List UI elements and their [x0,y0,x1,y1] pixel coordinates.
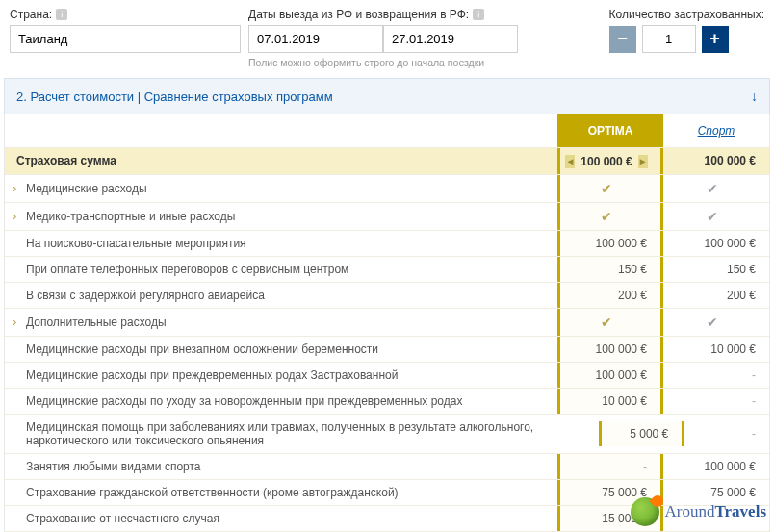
row-label: Медико-транспортные и иные расходы [5,204,557,229]
sum-prev-icon[interactable]: ◄ [565,155,575,168]
qty-plus-button[interactable]: + [702,26,729,53]
info-icon[interactable]: i [473,9,484,20]
table-row[interactable]: Медицинские расходы ✔ ✔ [5,174,769,202]
table-row: Занятия любыми видами спорта - 100 000 € [5,453,769,479]
cell-sport: - [684,421,769,446]
cell-sport: 200 € [663,283,769,308]
row-label: Медицинская помощь при заболеваниях или … [5,415,599,453]
cell-sport: 10 000 € [663,337,769,362]
country-input[interactable] [10,25,241,53]
row-label: На поисково-спасательные мероприятия [5,231,557,256]
watermark-around: Around [665,502,715,520]
row-label: Медицинские расходы при внезапном осложн… [5,337,557,362]
dates-label-text: Даты выезда из РФ и возвращения в РФ: [248,8,469,21]
row-label: Медицинские расходы [5,176,557,201]
country-label-text: Страна: [10,8,52,21]
check-icon: ✔ [566,209,647,224]
sum-optima-value: 100 000 € [580,155,632,168]
column-optima-header[interactable]: OPTIMA [557,114,663,147]
info-icon[interactable]: i [56,9,67,20]
cell-sport: 150 € [663,257,769,282]
dates-label: Даты выезда из РФ и возвращения в РФ: i [248,8,518,21]
section-title: 2. Расчет стоимости | Сравнение страховы… [16,89,333,104]
row-label: В связи с задержкой регулярного авиарейс… [5,283,557,308]
table-row[interactable]: Медико-транспортные и иные расходы ✔ ✔ [5,202,769,230]
cell-optima: 100 000 € [557,363,663,388]
table-header-row: OPTIMA Спорт [5,114,769,147]
cell-optima: 150 € [557,257,663,282]
row-label: Медицинские расходы при преждевременных … [5,363,557,388]
qty-minus-button[interactable]: − [609,26,636,53]
cell-sport: - [663,363,769,388]
sum-next-icon[interactable]: ► [638,155,648,168]
globe-icon [631,497,659,526]
cell-sport: - [663,389,769,414]
watermark: AroundTravels [631,497,766,526]
table-row: В связи с задержкой регулярного авиарейс… [5,282,769,308]
column-sport-header: Спорт [663,114,769,147]
table-row: Медицинские расходы по уходу за новорожд… [5,388,769,414]
sum-optima: ◄ 100 000 € ► [557,148,663,174]
table-row: На поисково-спасательные мероприятия 100… [5,230,769,256]
table-row: При оплате телефонных переговоров с серв… [5,256,769,282]
check-icon: ✔ [669,209,756,224]
country-label: Страна: i [10,8,241,21]
section-header[interactable]: 2. Расчет стоимости | Сравнение страховы… [4,78,770,114]
check-icon: ✔ [669,315,756,330]
collapse-icon[interactable]: ↓ [751,89,758,104]
table-row: Медицинские расходы при преждевременных … [5,362,769,388]
table-row: Медицинская помощь при заболеваниях или … [5,414,769,453]
row-label: Страхование от несчастного случая [5,506,557,531]
cell-optima: - [557,454,663,479]
row-label: Занятия любыми видами спорта [5,454,557,479]
country-group: Страна: i [10,8,241,53]
sum-row: Страховая сумма ◄ 100 000 € ► 100 000 € [5,147,769,174]
check-icon: ✔ [669,181,756,196]
cell-sport: 100 000 € [663,231,769,256]
dates-hint: Полис можно оформить строго до начала по… [248,57,518,68]
qty-label: Количество застрахованных: [609,8,764,21]
table-row[interactable]: Дополнительные расходы ✔ ✔ [5,308,769,336]
table-row: Медицинские расходы при внезапном осложн… [5,336,769,362]
row-label: Страхование гражданской ответственности … [5,480,557,505]
sport-link[interactable]: Спорт [698,124,735,138]
cell-optima: 5 000 € [599,421,684,446]
sum-sport: 100 000 € [663,148,769,173]
watermark-travels: Travels [714,502,766,520]
cell-sport: 100 000 € [663,454,769,479]
cell-optima: 200 € [557,283,663,308]
check-icon: ✔ [566,181,647,196]
comparison-table: OPTIMA Спорт Страховая сумма ◄ 100 000 €… [4,114,770,532]
row-label: Дополнительные расходы [5,310,557,335]
cell-optima: 10 000 € [557,389,663,414]
trip-form: Страна: i Даты выезда из РФ и возвращени… [0,0,774,72]
row-label: Медицинские расходы по уходу за новорожд… [5,389,557,414]
qty-group: Количество застрахованных: − + [609,8,764,53]
dates-group: Даты выезда из РФ и возвращения в РФ: i … [248,8,518,68]
check-icon: ✔ [566,315,647,330]
date-from-input[interactable] [248,25,383,53]
cell-optima: 100 000 € [557,231,663,256]
sum-label: Страховая сумма [5,148,557,173]
date-to-input[interactable] [383,25,518,53]
row-label: При оплате телефонных переговоров с серв… [5,257,557,282]
cell-optima: 100 000 € [557,337,663,362]
qty-input[interactable] [642,25,696,53]
